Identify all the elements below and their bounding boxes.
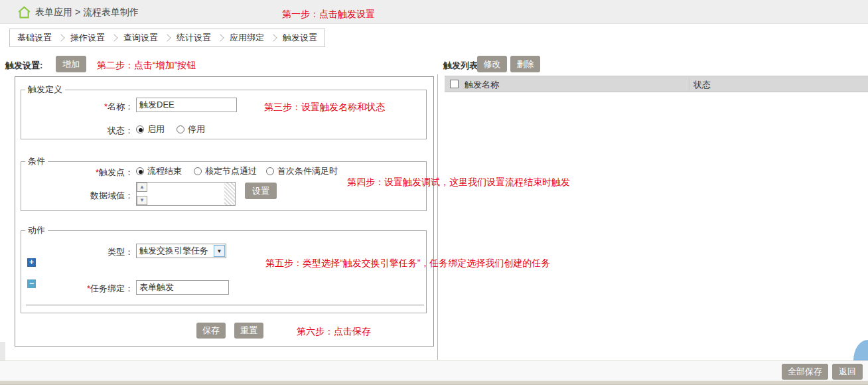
set-button[interactable]: 设置 [245, 183, 277, 199]
condition-legend: 条件 [25, 155, 48, 167]
delete-button[interactable]: 删除 [510, 56, 540, 72]
action-divider-line [26, 305, 424, 305]
edit-button[interactable]: 修改 [477, 56, 507, 72]
node-pass-label: 核定节点通过 [205, 165, 257, 177]
data-field-label: 数据域值： [15, 190, 133, 202]
column-divider [689, 78, 689, 91]
add-button[interactable]: 增加 [56, 56, 86, 72]
trigger-table-header: 触发名称 状态 [445, 76, 868, 92]
step-annotation-6: 第六步：点击保存 [297, 326, 371, 338]
tab-bar: 基础设置 操作设置 查询设置 统计设置 应用绑定 触发设置 [9, 29, 325, 47]
tab-statistics-settings[interactable]: 统计设置 [172, 29, 216, 46]
node-pass-radio[interactable] [194, 167, 202, 175]
back-button[interactable]: 返回 [832, 364, 863, 380]
save-button[interactable]: 保存 [196, 323, 226, 339]
status-disabled-radio[interactable] [177, 125, 184, 133]
task-binding-input[interactable] [136, 280, 229, 295]
top-bar: 表单应用 > 流程表单制作 [0, 0, 868, 24]
tab-app-binding[interactable]: 应用绑定 [225, 29, 269, 46]
status-enabled-label: 启用 [147, 123, 165, 135]
tab-basic-settings[interactable]: 基础设置 [13, 29, 56, 46]
corner-decoration [853, 340, 868, 360]
bottom-edge-strip [0, 380, 868, 385]
tab-operation-settings[interactable]: 操作设置 [66, 29, 109, 46]
select-all-checkbox[interactable] [450, 80, 459, 88]
scrollbar-track [224, 183, 235, 205]
tab-separator-chevron-icon [57, 34, 64, 41]
type-select[interactable]: 触发交换引擎任务 ▼ [136, 244, 226, 258]
trigger-point-radio-group: 流程结束 核定节点通过 首次条件满足时 [136, 165, 338, 177]
name-label: *名称： [15, 101, 133, 113]
save-all-button[interactable]: 全部保存 [782, 364, 828, 380]
task-binding-label: *任务绑定： [15, 283, 133, 295]
type-label: 类型： [15, 246, 133, 258]
trigger-name-input[interactable] [136, 98, 237, 112]
step-annotation-5: 第五步：类型选择“触发交换引擎任务”，任务绑定选择我们创建的任务 [265, 258, 550, 270]
flow-end-radio[interactable] [136, 167, 144, 175]
add-action-button[interactable]: + [27, 258, 36, 267]
tab-separator-chevron-icon [269, 34, 277, 41]
tab-trigger-settings[interactable]: 触发设置 [278, 29, 322, 46]
tab-separator-chevron-icon [163, 34, 171, 41]
step-annotation-4: 第四步：设置触发调试，这里我们设置流程结束时触发 [347, 177, 570, 189]
trigger-settings-label: 触发设置: [5, 60, 42, 72]
flow-end-label: 流程结束 [147, 165, 182, 177]
status-label: 状态： [15, 125, 133, 137]
first-condition-radio[interactable] [266, 167, 274, 175]
step-annotation-3: 第三步：设置触发名称和状态 [264, 102, 385, 114]
tab-separator-chevron-icon [216, 34, 224, 41]
home-icon[interactable] [17, 5, 31, 19]
data-field-box[interactable]: ▲ ▼ [136, 182, 236, 206]
first-condition-label: 首次条件满足时 [277, 165, 338, 177]
column-header-trigger-name: 触发名称 [465, 79, 499, 91]
footer-bar [0, 360, 868, 380]
status-enabled-radio[interactable] [136, 125, 144, 133]
trigger-point-label: *触发点： [15, 167, 133, 179]
type-select-value: 触发交换引擎任务 [139, 244, 208, 258]
step-annotation-1: 第一步：点击触发设置 [282, 9, 375, 21]
action-legend: 动作 [25, 224, 48, 236]
status-radio-group: 启用 停用 [136, 123, 205, 135]
trigger-form: 触发定义 *名称： 状态： 启用 停用 条件 *触发点： 流程结束 核定节点通过… [15, 76, 434, 346]
scroll-up-icon[interactable]: ▲ [137, 183, 147, 192]
breadcrumb: 表单应用 > 流程表单制作 [35, 7, 139, 19]
tab-query-settings[interactable]: 查询设置 [119, 29, 163, 46]
column-header-status: 状态 [693, 79, 711, 91]
status-disabled-label: 停用 [188, 123, 205, 135]
trigger-list-label: 触发列表: [443, 60, 480, 72]
step-annotation-2: 第二步：点击“增加”按钮 [97, 60, 196, 72]
trigger-definition-legend: 触发定义 [25, 84, 65, 96]
reset-button[interactable]: 重置 [234, 323, 263, 339]
tab-separator-chevron-icon [110, 34, 117, 41]
panel-divider [437, 74, 438, 360]
scroll-down-icon[interactable]: ▼ [137, 196, 147, 205]
dropdown-arrow-icon: ▼ [214, 245, 225, 257]
